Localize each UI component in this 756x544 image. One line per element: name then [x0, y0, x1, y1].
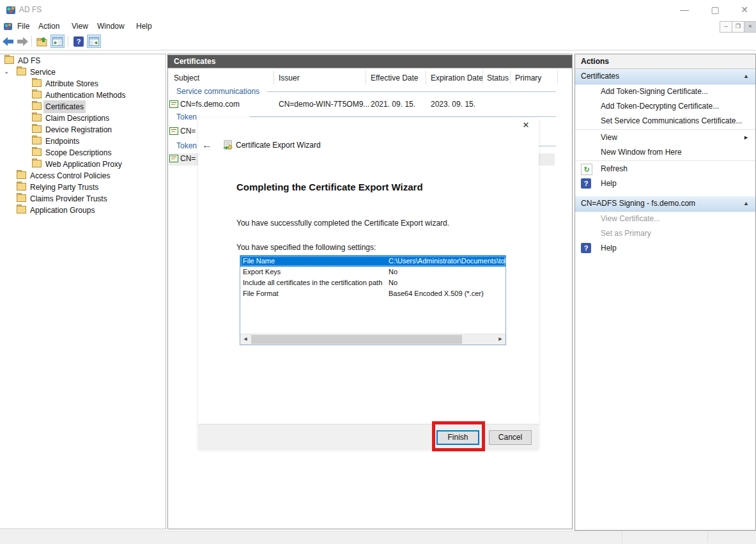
action-add-token-signing-certificate[interactable]: Add Token-Signing Certificate...	[575, 84, 755, 99]
menu-view[interactable]: View	[70, 21, 89, 32]
column-header-issuer[interactable]: Issuer	[279, 70, 300, 86]
app-icon	[6, 4, 16, 15]
tree-item-web-application-proxy[interactable]: Web Application Proxy	[0, 158, 165, 169]
cert-effective-date: 2021. 09. 15.	[371, 100, 415, 109]
group-token-decrypting: Token	[176, 113, 197, 121]
column-header-primary[interactable]: Primary	[515, 70, 541, 86]
tree-item-label: Scope Descriptions	[43, 146, 113, 159]
close-button[interactable]: ✕	[735, 4, 754, 15]
toolbar-separator	[31, 36, 32, 47]
actions-separator	[575, 129, 755, 130]
tree-item-scope-descriptions[interactable]: Scope Descriptions	[0, 146, 165, 158]
wizard-settings-list[interactable]: File Name C:\Users\Administrator\Documen…	[240, 255, 506, 345]
tree-item-service[interactable]: ⌄ Service	[0, 66, 165, 77]
action-view[interactable]: View ►	[575, 130, 755, 145]
tree-item-label: Claims Provider Trusts	[28, 192, 109, 205]
mdi-close-button[interactable]: ×	[744, 21, 756, 33]
refresh-icon: ↻	[581, 164, 592, 175]
cert-subject[interactable]: CN=fs.demo.com	[180, 100, 240, 109]
scroll-right-icon[interactable]: ►	[495, 334, 505, 345]
tree-item-certificates[interactable]: Certificates	[0, 100, 165, 112]
action-view-certificate[interactable]: View Certificate...	[575, 212, 755, 226]
scroll-left-icon[interactable]: ◄	[240, 334, 251, 345]
tree-item-label: Endpoints	[43, 135, 81, 148]
minimize-button[interactable]: —	[675, 4, 694, 15]
column-divider[interactable]	[510, 70, 511, 84]
action-help[interactable]: ? Help	[575, 176, 755, 191]
collapse-caret-icon[interactable]: ▲	[743, 69, 749, 84]
export-list-button[interactable]	[35, 35, 49, 48]
dialog-close-icon[interactable]: ✕	[520, 119, 532, 132]
console-tree-toggle-button[interactable]	[50, 35, 65, 48]
action-refresh[interactable]: ↻ Refresh	[575, 162, 755, 176]
action-add-token-decrypting-certificate[interactable]: Add Token-Decrypting Certificate...	[575, 99, 755, 114]
cert-subject-partial[interactable]: CN=	[180, 127, 196, 136]
action-label: Set as Primary	[601, 229, 651, 238]
tree-item-endpoints[interactable]: Endpoints	[0, 135, 165, 146]
actions-section-adfs-signing[interactable]: CN=ADFS Signing - fs.demo.com ▲	[575, 196, 755, 212]
mdi-restore-button[interactable]: ❐	[732, 21, 744, 33]
chevron-down-icon[interactable]: ⌄	[4, 66, 9, 77]
svg-text:?: ?	[77, 38, 81, 45]
setting-value: No	[389, 277, 397, 288]
tree-item-adfs-root[interactable]: AD FS	[0, 54, 165, 66]
wizard-icon	[222, 140, 233, 151]
settings-row-include-certificates[interactable]: Include all certificates in the certific…	[240, 277, 505, 288]
back-arrow-icon	[3, 37, 14, 46]
tree-item-application-groups[interactable]: Application Groups	[0, 204, 165, 215]
menu-help[interactable]: Help	[135, 21, 153, 32]
column-header-effective-date[interactable]: Effective Date	[371, 70, 418, 86]
column-divider[interactable]	[274, 70, 274, 84]
tree-item-authentication-methods[interactable]: Authentication Methods	[0, 89, 165, 100]
status-bar-separator	[622, 532, 622, 543]
settings-row-file-name[interactable]: File Name C:\Users\Administrator\Documen…	[240, 256, 505, 267]
action-new-window-from-here[interactable]: New Window from Here	[575, 145, 755, 160]
tree-item-label: Relying Party Trusts	[28, 181, 100, 194]
tree-item-device-registration[interactable]: Device Registration	[0, 123, 165, 135]
column-divider[interactable]	[557, 70, 558, 84]
tree-item-access-control-policies[interactable]: Access Control Policies	[0, 169, 165, 181]
settings-row-export-keys[interactable]: Export Keys No	[240, 267, 505, 277]
maximize-button[interactable]: ▢	[706, 4, 725, 15]
column-divider[interactable]	[426, 70, 426, 84]
forward-arrow-icon	[17, 37, 28, 46]
tree-item-attribute-stores[interactable]: Attribute Stores	[0, 77, 165, 89]
column-divider[interactable]	[366, 70, 366, 84]
action-pane-icon	[89, 37, 99, 46]
group-service-communications: Service communications	[176, 87, 259, 96]
action-pane-toggle-button[interactable]	[87, 35, 101, 48]
menu-file[interactable]: File	[16, 21, 31, 32]
forward-button[interactable]	[15, 35, 29, 48]
tree-item-claims-provider-trusts[interactable]: Claims Provider Trusts	[0, 192, 165, 204]
back-button[interactable]	[1, 35, 15, 48]
finish-button[interactable]: Finish	[436, 430, 479, 445]
mdi-minimize-button[interactable]: –	[720, 21, 732, 33]
action-set-service-communications-certificate[interactable]: Set Service Communications Certificate..…	[575, 114, 755, 128]
menu-action[interactable]: Action	[37, 21, 61, 32]
column-header-status[interactable]: Status	[487, 70, 509, 86]
tree-item-relying-party-trusts[interactable]: Relying Party Trusts	[0, 181, 165, 192]
submenu-arrow-icon: ►	[743, 130, 749, 145]
horizontal-scrollbar[interactable]: ◄ ►	[240, 334, 505, 345]
back-arrow-icon[interactable]: ←	[202, 139, 212, 151]
settings-row-file-format[interactable]: File Format Base64 Encoded X.509 (*.cer)	[240, 288, 505, 299]
action-help-2[interactable]: ? Help	[575, 241, 755, 256]
cert-subject-partial[interactable]: CN=	[180, 154, 196, 163]
action-label: Help	[601, 179, 617, 188]
dialog-header: ← Certificate Export Wizard	[198, 138, 539, 153]
collapse-caret-icon[interactable]: ▲	[743, 196, 749, 211]
scrollbar-thumb[interactable]	[251, 335, 462, 344]
tree-item-label: Authentication Methods	[43, 89, 127, 102]
cancel-button[interactable]: Cancel	[489, 430, 532, 445]
help-button[interactable]: ?	[72, 35, 86, 48]
menu-window[interactable]: Window	[96, 21, 126, 32]
export-folder-icon	[36, 36, 48, 47]
tree-item-claim-descriptions[interactable]: Claim Descriptions	[0, 112, 165, 123]
actions-section-certificates[interactable]: Certificates ▲	[575, 69, 755, 84]
column-header-expiration-date[interactable]: Expiration Date	[431, 70, 483, 86]
column-header-subject[interactable]: Subject	[174, 70, 199, 86]
action-label: Help	[601, 244, 617, 253]
column-divider[interactable]	[482, 70, 483, 84]
action-set-as-primary[interactable]: Set as Primary	[575, 226, 755, 241]
actions-pane-title: Actions	[575, 54, 755, 69]
